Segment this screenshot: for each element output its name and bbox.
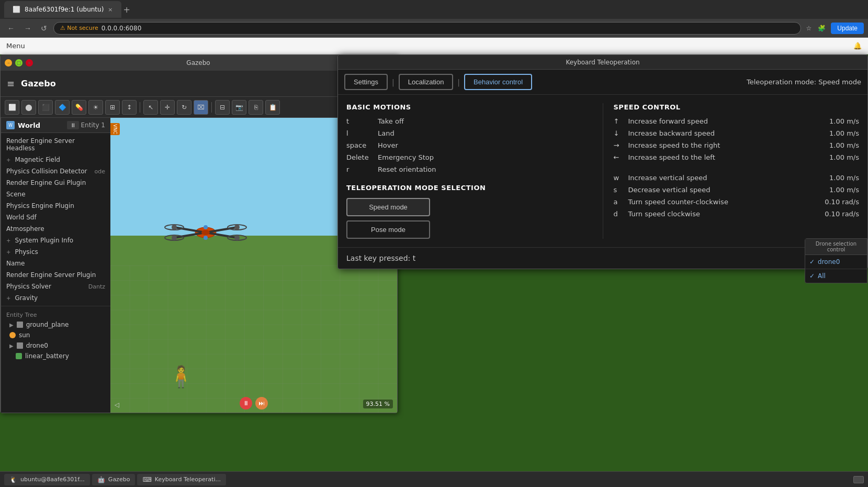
maximize-button[interactable]: □	[15, 59, 22, 67]
toolbar-select-btn[interactable]: ⬜	[5, 100, 19, 115]
menu-item-menu[interactable]: Menu	[6, 42, 25, 50]
toolbar-rotate-btn[interactable]: ↻	[177, 100, 191, 115]
plugin-gravity[interactable]: + Gravity	[1, 292, 110, 304]
reload-button[interactable]: ↺	[38, 23, 50, 34]
key-r: r	[346, 165, 378, 173]
toolbar-paste-btn[interactable]: 📋	[265, 100, 280, 115]
action-reset: Reset orientation	[378, 165, 436, 173]
key-w: w	[614, 174, 624, 182]
extensions-icon[interactable]: 🧩	[816, 24, 828, 33]
teleop-mode-label: Teleoperation mode: Speed mode	[747, 78, 861, 86]
ground-icon	[17, 322, 23, 328]
expand-icon[interactable]: ▶	[9, 343, 14, 349]
plugin-world-sdf[interactable]: World Sdf	[1, 212, 110, 223]
minimize-button[interactable]: －	[5, 59, 12, 67]
forward-button[interactable]: →	[21, 23, 35, 34]
drone-option-drone0[interactable]: ✓ drone0	[805, 255, 867, 269]
plugin-atmosphere[interactable]: Atmosphere	[1, 223, 110, 235]
navigation-bar: ← → ↺ ⚠ Not secure 0.0.0.0:6080 ☆ 🧩 Upda…	[0, 19, 868, 38]
plugin-render-gui[interactable]: Render Engine Gui Plugin	[1, 177, 110, 189]
tree-item-battery[interactable]: linear_battery	[1, 351, 110, 361]
toolbar-grid-btn[interactable]: ⊞	[105, 100, 120, 115]
expand-icon[interactable]: ▶	[9, 322, 14, 328]
speed-right: → Increase speed to the right 1.00 m/s	[614, 141, 860, 149]
svg-point-12	[201, 230, 210, 235]
notification-icon[interactable]: 🔔	[853, 42, 862, 50]
toolbar-arrow-btn[interactable]: ↕	[122, 100, 137, 115]
plugin-name[interactable]: Name	[1, 258, 110, 269]
key-right: →	[614, 141, 624, 149]
ground-label: ground_plane	[26, 321, 69, 328]
taskbar-right	[853, 476, 864, 483]
plugin-label: Physics	[15, 248, 38, 256]
drone-selection-title: Drone selection control	[805, 239, 867, 255]
plugin-physics-engine[interactable]: Physics Engine Plugin	[1, 200, 110, 212]
expand-icon[interactable]: +	[6, 249, 10, 255]
plugin-label: Render Engine Server Plugin	[6, 271, 96, 279]
toolbar-move-btn[interactable]: ↖	[143, 100, 158, 115]
app-title: Gazebo	[21, 79, 56, 88]
plugin-magnetic[interactable]: + Magnetic Field	[1, 154, 110, 165]
viewport-zoom: 93.51 %	[363, 400, 393, 408]
expand-icon[interactable]: +	[6, 295, 10, 301]
toolbar-sphere-btn[interactable]: ⬤	[21, 100, 36, 115]
plugin-system[interactable]: + System Plugin Info	[1, 235, 110, 246]
new-tab-button[interactable]: +	[123, 5, 130, 15]
bookmark-icon[interactable]: ☆	[804, 24, 814, 33]
plugin-render-headless[interactable]: Render Engine Server Headless	[1, 135, 110, 154]
action-forward: Increase forward speed	[628, 117, 826, 125]
back-button[interactable]: ←	[4, 23, 18, 34]
tree-item-ground[interactable]: ▶ ground_plane	[1, 319, 110, 330]
toolbar-grid2-btn[interactable]: ⊟	[215, 100, 230, 115]
teleop-icon: ⌨	[142, 476, 151, 483]
settings-tab[interactable]: Settings	[344, 74, 388, 90]
mode-selection-header: TELEOPERATION MODE SELECTION	[346, 184, 592, 192]
toolbar-light-btn[interactable]: ☀	[88, 100, 103, 115]
toolbar-translate-btn[interactable]: ✛	[160, 100, 175, 115]
address-bar[interactable]: ⚠ Not secure 0.0.0.0:6080	[53, 22, 801, 35]
motion-t: t Take off	[346, 117, 592, 125]
behavior-control-tab[interactable]: Behavior control	[464, 74, 532, 90]
tree-item-drone[interactable]: ▶ drone0	[1, 340, 110, 351]
plugin-label: World Sdf	[6, 214, 37, 221]
pose-mode-button[interactable]: Pose mode	[346, 220, 430, 239]
toolbar-camera-btn[interactable]: 📷	[232, 100, 246, 115]
taskbar-ubuntu[interactable]: 🐧 ubuntu@8aafe6301f...	[4, 474, 90, 485]
all-label: All	[818, 272, 826, 280]
toolbar-capsule-btn[interactable]: 💊	[72, 100, 86, 115]
toolbar-box-btn[interactable]: ⬛	[38, 100, 53, 115]
active-tab[interactable]: ⬜ 8aafe6301f9e:1 (ubuntu) ×	[4, 1, 121, 18]
taskbar-teleop[interactable]: ⌨ Keyboard Teleoperati...	[137, 474, 226, 485]
plugin-solver[interactable]: Physics Solver Dantz	[1, 281, 110, 292]
tab-close-button[interactable]: ×	[108, 6, 112, 13]
security-warning: ⚠ Not secure	[60, 25, 98, 31]
all-option[interactable]: ✓ All	[805, 269, 867, 283]
toolbar-scale-btn[interactable]: ⌧	[194, 100, 208, 115]
plugin-label: Gravity	[15, 294, 38, 302]
pause-btn[interactable]: ⏸	[67, 121, 79, 129]
plugin-physics[interactable]: + Physics	[1, 246, 110, 258]
speed-mode-button[interactable]: Speed mode	[346, 198, 430, 216]
toolbar-copy-btn[interactable]: ⎘	[249, 100, 263, 115]
key-space: space	[346, 141, 378, 149]
separator	[1, 306, 110, 306]
plugin-collision[interactable]: Physics Collision Detector ode	[1, 165, 110, 177]
svg-rect-0	[110, 265, 397, 413]
expand-icon[interactable]: +	[6, 238, 10, 244]
speed-w: w Increase vertical speed 1.00 m/s	[614, 174, 860, 182]
hamburger-menu[interactable]: ≡	[7, 78, 15, 89]
fast-forward-button[interactable]: ⏭	[255, 397, 268, 409]
val-forward: 1.00 m/s	[829, 117, 859, 125]
plugin-scene[interactable]: Scene	[1, 189, 110, 200]
sun-icon	[9, 332, 16, 338]
plugin-render-server[interactable]: Render Engine Server Plugin	[1, 269, 110, 281]
update-button[interactable]: Update	[831, 23, 864, 34]
close-button[interactable]: ×	[26, 59, 33, 67]
tree-item-sun[interactable]: sun	[1, 330, 110, 340]
localization-tab[interactable]: Localization	[399, 74, 454, 90]
expand-icon[interactable]: +	[6, 157, 10, 163]
toolbar-cylinder-btn[interactable]: 🔷	[55, 100, 70, 115]
action-right: Increase speed to the right	[628, 141, 826, 149]
pause-button[interactable]: ⏸	[240, 397, 252, 409]
taskbar-gazebo[interactable]: 🤖 Gazebo	[92, 474, 136, 485]
